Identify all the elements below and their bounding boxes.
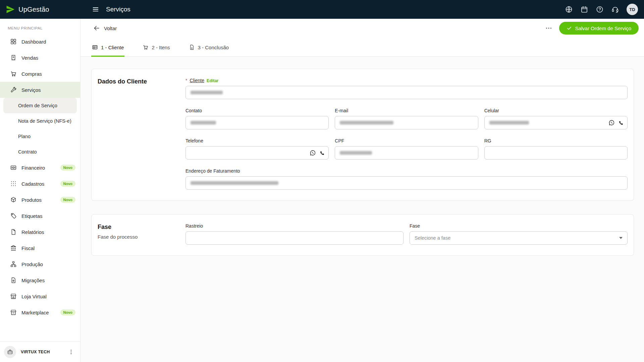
celular-input[interactable] — [484, 116, 628, 129]
endereco-group: Endereço de Faturamento — [185, 168, 628, 190]
brand-name: UpGestão — [18, 6, 49, 13]
topbar: UpGestão Serviços TD — [0, 0, 644, 19]
sidebar-item-fiscal[interactable]: Fiscal — [0, 240, 80, 256]
document-icon — [10, 229, 17, 235]
sidebar-footer: VIRTUX TECH — [0, 341, 80, 362]
wrench-icon — [10, 86, 17, 93]
sidebar-item-compras[interactable]: Compras — [0, 66, 80, 82]
hamburger-menu-icon[interactable] — [90, 4, 101, 15]
tab-conclusao[interactable]: 3 - Conclusão — [188, 38, 230, 57]
email-input[interactable] — [335, 116, 478, 129]
check-icon — [567, 25, 572, 31]
avatar[interactable]: TD — [627, 4, 638, 15]
fase-form: Rastreio Fase Selecione a fase — [185, 223, 628, 245]
id-card-icon — [92, 44, 98, 50]
contact-row: Contato E-mail — [185, 108, 628, 129]
contato-input[interactable] — [185, 116, 329, 129]
rastreio-input[interactable] — [185, 231, 404, 245]
sidebar-item-label: Etiquetas — [21, 213, 75, 219]
sidebar-menu: MENU PRINCIPAL Dashboard Vendas Compras … — [0, 19, 80, 341]
fase-card-subtitle: Fase do processo — [98, 234, 185, 240]
company-briefcase-icon[interactable] — [4, 346, 16, 358]
cliente-group: * Cliente Editar — [185, 78, 628, 99]
save-button[interactable]: Salvar Ordem de Serviço — [559, 22, 639, 35]
submenu-item-label: Nota de Serviço (NFS-e) — [18, 118, 71, 124]
novo-badge: Novo — [60, 197, 76, 203]
sidebar-item-label: Produção — [21, 261, 75, 267]
rg-input[interactable] — [484, 146, 628, 160]
support-headset-icon[interactable] — [611, 5, 619, 13]
sidebar-item-financeiro[interactable]: Financeiro Novo — [0, 160, 80, 176]
storefront-icon — [10, 293, 17, 300]
upgestao-logo-icon — [6, 5, 15, 14]
telefone-label: Telefone — [185, 138, 329, 143]
fase-select[interactable]: Selecione a fase — [410, 231, 628, 245]
contato-group: Contato — [185, 108, 329, 129]
fase-card-header: Fase Fase do processo — [98, 223, 185, 245]
form-content: Dados do Cliente * Cliente Editar — [80, 57, 644, 362]
sidebar-item-label: Loja Virtual — [21, 294, 75, 299]
sidebar-item-dashboard[interactable]: Dashboard — [0, 34, 80, 50]
more-options-button[interactable] — [543, 22, 554, 34]
novo-badge: Novo — [60, 181, 76, 187]
cliente-label: Cliente — [190, 78, 204, 83]
sidebar-item-label: Financeiro — [21, 165, 56, 171]
phone-icon[interactable] — [618, 120, 624, 126]
submenu-item-plano[interactable]: Plano — [3, 129, 77, 144]
chevron-down-icon — [619, 237, 623, 239]
sidebar-item-servicos[interactable]: Serviços — [0, 82, 80, 98]
sidebar-item-producao[interactable]: Produção — [0, 256, 80, 272]
arrow-left-icon — [93, 25, 100, 32]
sidebar-item-marketplace[interactable]: Marketplace Novo — [0, 304, 80, 320]
help-icon[interactable] — [596, 5, 604, 13]
kebab-menu-icon[interactable] — [67, 348, 75, 356]
cpf-label: CPF — [335, 138, 478, 143]
sidebar-item-loja-virtual[interactable]: Loja Virtual — [0, 288, 80, 304]
phone-icon[interactable] — [319, 150, 325, 156]
fase-card: Fase Fase do processo Rastreio Fase Sele… — [91, 214, 634, 256]
required-asterisk: * — [185, 78, 187, 83]
tab-cliente[interactable]: 1 - Cliente — [91, 38, 124, 57]
sidebar-item-relatorios[interactable]: Relatórios — [0, 224, 80, 240]
whatsapp-icon[interactable] — [608, 120, 615, 126]
cart-icon — [10, 70, 17, 77]
sidebar-item-migracoes[interactable]: Migrações — [0, 272, 80, 288]
back-button[interactable]: Voltar — [91, 24, 119, 32]
wizard-tabs: 1 - Cliente 2 - Itens 3 - Conclusão — [80, 38, 644, 57]
rg-group: RG — [484, 138, 628, 160]
sidebar-item-label: Cadastros — [21, 181, 56, 187]
sidebar-item-etiquetas[interactable]: Etiquetas — [0, 208, 80, 224]
cpf-input[interactable] — [335, 146, 478, 160]
submenu-item-nota-de-servico[interactable]: Nota de Serviço (NFS-e) — [3, 113, 77, 129]
brand-logo[interactable]: UpGestão — [0, 5, 80, 14]
tab-label: 3 - Conclusão — [198, 45, 229, 50]
submenu-item-contrato[interactable]: Contrato — [3, 144, 77, 160]
email-group: E-mail — [335, 108, 478, 129]
calendar-icon[interactable] — [580, 5, 588, 13]
submenu-item-ordem-de-servico[interactable]: Ordem de Serviço — [3, 98, 77, 113]
editar-link[interactable]: Editar — [207, 78, 218, 83]
celular-group: Celular — [484, 108, 628, 129]
endereco-label: Endereço de Faturamento — [185, 168, 628, 174]
cliente-label-row: * Cliente Editar — [185, 78, 628, 83]
rastreio-label: Rastreio — [185, 223, 404, 229]
sidebar-item-label: Serviços — [21, 87, 75, 93]
whatsapp-icon[interactable] — [310, 150, 316, 156]
store-icon — [10, 309, 17, 316]
sidebar-item-vendas[interactable]: Vendas — [0, 50, 80, 66]
novo-badge: Novo — [60, 165, 76, 171]
endereco-input[interactable] — [185, 176, 628, 190]
telefone-input[interactable] — [185, 146, 329, 160]
tag-icon — [10, 213, 17, 219]
rastreio-group: Rastreio — [185, 223, 404, 245]
main-content: Voltar Salvar Ordem de Serviço 1 - Clien… — [80, 19, 644, 362]
sidebar-item-produtos[interactable]: Produtos Novo — [0, 192, 80, 208]
cliente-input[interactable] — [185, 86, 628, 99]
globe-icon[interactable] — [565, 5, 573, 13]
sidebar-item-cadastros[interactable]: Cadastros Novo — [0, 176, 80, 192]
tab-itens[interactable]: 2 - Itens — [142, 38, 170, 57]
hierarchy-icon — [10, 261, 17, 267]
page-title: Serviços — [106, 6, 130, 13]
fase-group: Fase Selecione a fase — [410, 223, 628, 245]
sidebar-item-label: Migrações — [21, 278, 75, 283]
